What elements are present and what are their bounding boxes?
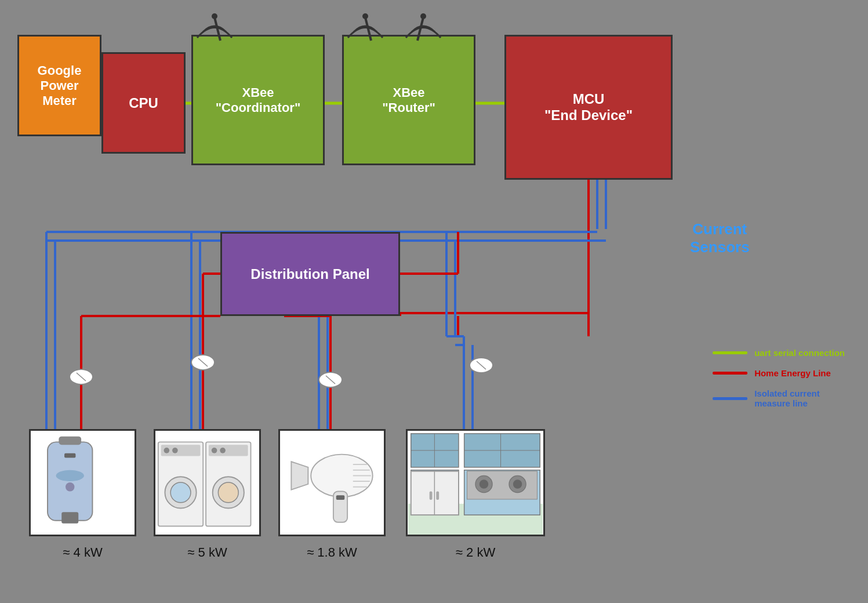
- svg-line-29: [77, 373, 86, 381]
- xbee-coord-antenna: [186, 12, 331, 46]
- svg-line-33: [326, 376, 335, 384]
- svg-point-45: [362, 13, 368, 19]
- svg-point-65: [220, 448, 226, 453]
- cpu-label: CPU: [129, 95, 158, 111]
- mcu-label: MCU "End Device": [544, 91, 633, 123]
- svg-point-57: [170, 482, 191, 503]
- xbee-router-antenna: [336, 12, 487, 46]
- svg-point-28: [70, 369, 93, 384]
- svg-point-63: [172, 448, 178, 453]
- appliance-kitchen: [406, 429, 545, 536]
- svg-rect-92: [436, 491, 439, 500]
- legend-label-isolated-current: Isolated current measure line: [754, 388, 820, 408]
- legend-item-uart: uart serial connection: [713, 348, 845, 358]
- svg-point-88: [513, 480, 522, 488]
- mcu-box: MCU "End Device": [504, 35, 673, 180]
- antenna-router-svg: [336, 12, 487, 43]
- kitchen-icon: [408, 431, 543, 535]
- svg-rect-50: [61, 512, 78, 523]
- distribution-panel-label: Distribution Panel: [250, 266, 369, 282]
- xbee-router-label: XBee "Router": [382, 85, 435, 115]
- cpu-box: CPU: [101, 52, 186, 154]
- washer-dryer-icon: [155, 431, 259, 535]
- xbee-router-box: XBee "Router": [342, 35, 475, 165]
- xbee-coord-box: XBee "Coordinator": [191, 35, 325, 165]
- legend-line-uart: [713, 351, 747, 354]
- appliance-label-water-heater: ≈ 4 kW: [29, 545, 136, 560]
- svg-rect-49: [59, 437, 81, 445]
- appliance-label-washer-dryer: ≈ 5 kW: [154, 545, 261, 560]
- legend: uart serial connection Home Energy Line …: [713, 348, 845, 419]
- hair-dryer-power-label: ≈ 1.8 kW: [307, 545, 357, 560]
- appliance-water-heater: [29, 429, 136, 536]
- svg-point-32: [319, 372, 342, 387]
- svg-line-31: [198, 358, 208, 366]
- svg-marker-67: [291, 462, 308, 489]
- legend-line-isolated-current: [713, 397, 747, 400]
- legend-label-uart: uart serial connection: [754, 348, 845, 358]
- legend-item-isolated-current: Isolated current measure line: [713, 388, 845, 408]
- svg-point-43: [212, 13, 217, 19]
- svg-rect-91: [430, 491, 433, 500]
- svg-line-35: [477, 361, 486, 369]
- svg-point-34: [470, 358, 493, 373]
- svg-point-30: [191, 355, 215, 370]
- svg-rect-74: [336, 495, 345, 500]
- google-power-meter-label: Google Power Meter: [38, 63, 82, 108]
- legend-line-home-energy: [713, 372, 747, 375]
- appliance-hair-dryer: [278, 429, 386, 536]
- svg-point-62: [164, 448, 170, 453]
- svg-point-59: [218, 482, 238, 503]
- svg-point-51: [56, 470, 84, 481]
- google-power-meter-box: Google Power Meter: [17, 35, 101, 136]
- distribution-panel-box: Distribution Panel: [220, 232, 400, 316]
- diagram: Google Power Meter CPU XBee "Coordinator…: [0, 0, 868, 603]
- current-sensors-text: CurrentSensors: [690, 220, 750, 256]
- appliance-washer-dryer: [154, 429, 261, 536]
- svg-point-86: [480, 480, 488, 488]
- legend-label-home-energy: Home Energy Line: [754, 368, 831, 378]
- svg-point-47: [420, 13, 426, 19]
- svg-rect-52: [64, 453, 75, 458]
- water-heater-icon: [31, 431, 135, 535]
- water-heater-power-label: ≈ 4 kW: [63, 545, 102, 560]
- svg-point-64: [212, 448, 217, 453]
- current-sensors-label: CurrentSensors: [690, 220, 750, 256]
- antenna-coord-svg: [186, 12, 331, 43]
- appliance-label-kitchen: ≈ 2 kW: [406, 545, 545, 560]
- hair-dryer-icon: [280, 431, 384, 535]
- kitchen-power-label: ≈ 2 kW: [456, 545, 495, 560]
- washer-dryer-power-label: ≈ 5 kW: [187, 545, 227, 560]
- appliance-label-hair-dryer: ≈ 1.8 kW: [278, 545, 386, 560]
- svg-point-53: [66, 482, 74, 491]
- legend-item-home-energy: Home Energy Line: [713, 368, 845, 378]
- xbee-coord-label: XBee "Coordinator": [216, 85, 301, 115]
